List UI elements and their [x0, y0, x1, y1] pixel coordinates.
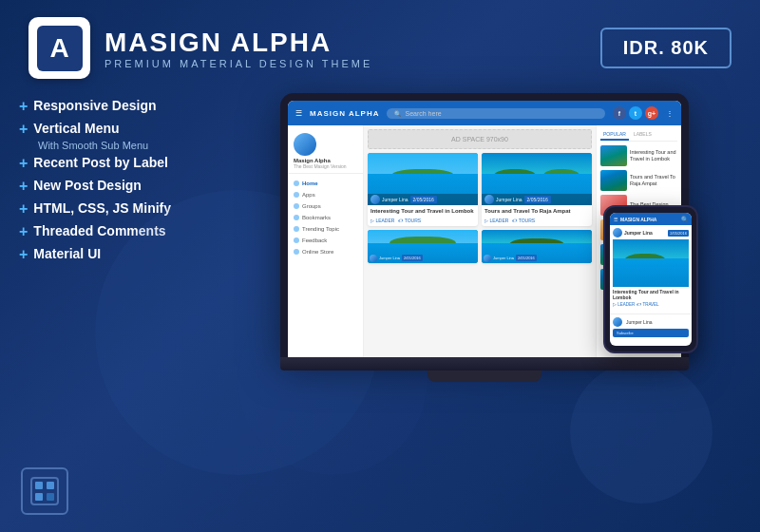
hamburger-icon: ☰: [295, 109, 302, 118]
phone-next-btn[interactable]: Subscribe: [613, 329, 689, 337]
post-avatar-4: [484, 255, 491, 262]
facebook-btn[interactable]: f: [613, 106, 626, 120]
post-meta-2: ▷ LEADER 🏷 TOURS: [484, 218, 589, 223]
post-image-4: Jumper Lina 2/05/2016: [482, 230, 592, 263]
post-tag-leader-2: ▷ LEADER: [484, 218, 508, 223]
post-info-2: Tours and Travel To Raja Ampat ▷ LEADER …: [482, 205, 592, 226]
sidebar-bookmarks-label: Bookmarks: [302, 215, 331, 220]
plus-icon-4: +: [19, 178, 28, 195]
plus-icon-2: +: [19, 121, 28, 138]
feature-responsive: + Responsive Design: [19, 98, 209, 115]
more-icon[interactable]: ⋮: [666, 109, 674, 118]
sidebar-apps-label: Apps: [302, 192, 315, 198]
plus-icon-7: +: [19, 246, 28, 263]
sidebar-feedback-label: Feedback: [302, 238, 327, 243]
bottom-logo: [21, 467, 68, 515]
sidebar-item-store[interactable]: Online Store: [288, 246, 363, 257]
phone-screen: ☰ MASIGN ALPHA 🔍 Jumper Lina 2/05/2016: [610, 213, 692, 346]
tab-labels[interactable]: LABELS: [631, 129, 655, 141]
feature-new-post: + New Post Design: [19, 178, 209, 195]
post-overlay-1: Jumper Lina 2/05/2016: [368, 194, 478, 205]
site-search-bar[interactable]: 🔍 Search here: [387, 108, 605, 119]
svg-rect-4: [47, 493, 54, 501]
phone-water: [613, 258, 689, 287]
post-author-4: Jumper Lina: [493, 256, 514, 260]
device-mockup-area: ☰ MASIGN ALPHA 🔍 Search here f t g+ ⋮: [228, 93, 741, 382]
bottom-logo-icon: [29, 476, 60, 506]
feature-vertical-menu: + Vertical Menu: [19, 121, 209, 138]
right-post-text-1: Interesting Tour and Travel in Lombok: [630, 149, 677, 162]
sidebar-groups-label: Groups: [302, 203, 321, 209]
phone-brand: MASIGN ALPHA: [620, 217, 678, 222]
search-placeholder: Search here: [405, 110, 441, 117]
sidebar-dot-feedback: [294, 238, 299, 243]
header: A MASIGN ALPHA PREMIUM MATERIAL DESIGN T…: [0, 0, 760, 88]
svg-rect-1: [35, 482, 43, 489]
sidebar-dot-apps: [294, 192, 299, 198]
google-plus-btn[interactable]: g+: [645, 106, 658, 120]
post-card-1[interactable]: Jumper Lina 2/05/2016 Interesting Tour a…: [368, 153, 478, 226]
feature-label-1: Responsive Design: [33, 98, 156, 113]
right-post-item-1[interactable]: Interesting Tour and Travel in Lombok: [600, 145, 677, 166]
phone-next-post: Jumper Lina Subscribe: [610, 314, 692, 340]
right-thumb-1: [600, 145, 627, 166]
sidebar-dot-store: [294, 249, 299, 255]
post-row-2: Jumper Lina 2/05/2016: [364, 226, 596, 263]
post-image-2: Jumper Lina 2/05/2016: [482, 153, 592, 205]
site-sidebar: Masign Alpha The Best Masign Version Hom…: [288, 125, 364, 357]
phone-search-icon[interactable]: 🔍: [681, 216, 688, 222]
sidebar-dot-trending: [294, 226, 299, 232]
post-author-1: Jumper Lina: [382, 197, 408, 202]
feature-recent-post: + Recent Post by Label: [19, 155, 209, 172]
sidebar-store-label: Online Store: [302, 249, 333, 255]
post-tag-leader-1: ▷ LEADER: [370, 218, 394, 223]
feature-label-2: Vertical Menu: [33, 121, 119, 136]
post-tag-tours-2: 🏷 TOURS: [512, 218, 535, 223]
phone-mockup: ☰ MASIGN ALPHA 🔍 Jumper Lina 2/05/2016: [603, 205, 698, 353]
plus-icon-6: +: [19, 223, 28, 240]
post-card-3[interactable]: Jumper Lina 2/05/2016: [368, 230, 478, 263]
sidebar-item-groups[interactable]: Groups: [288, 200, 363, 212]
app-subtitle: PREMIUM MATERIAL DESIGN THEME: [104, 58, 372, 69]
post-overlay-2: Jumper Lina 2/05/2016: [482, 194, 592, 205]
post-avatar-3: [370, 255, 377, 262]
phone-next-author: Jumper Lina: [626, 319, 653, 325]
header-left: A MASIGN ALPHA PREMIUM MATERIAL DESIGN T…: [28, 17, 372, 79]
sidebar-item-home[interactable]: Home: [288, 178, 363, 189]
post-author-3: Jumper Lina: [379, 256, 400, 260]
post-info-1: Interesting Tour and Travel in Lombok ▷ …: [368, 205, 478, 226]
phone-navbar: ☰ MASIGN ALPHA 🔍: [610, 213, 692, 225]
post-card-2[interactable]: Jumper Lina 2/05/2016 Tours and Travel T…: [482, 153, 592, 226]
phone-next-avatar: [613, 317, 622, 327]
sidebar-item-bookmarks[interactable]: Bookmarks: [288, 212, 363, 223]
feature-label-4: New Post Design: [33, 178, 142, 193]
right-post-item-2[interactable]: Tours and Travel To Raja Ampat: [600, 170, 677, 191]
plus-icon-5: +: [19, 200, 28, 218]
phone-post-date: 2/05/2016: [668, 230, 689, 237]
post-tag-tours-1: 🏷 TOURS: [398, 218, 421, 223]
sidebar-item-apps[interactable]: Apps: [288, 189, 363, 200]
phone-avatar-row: Jumper Lina 2/05/2016: [613, 228, 689, 238]
laptop-base: [280, 357, 689, 370]
phone-post-card: Jumper Lina 2/05/2016 Interesting Tour a…: [610, 225, 692, 310]
right-thumb-2: [600, 170, 627, 191]
sidebar-dot-home: [294, 180, 299, 186]
sidebar-avatar: [294, 133, 316, 156]
sidebar-dot-groups: [294, 203, 299, 209]
search-icon: 🔍: [394, 110, 401, 117]
sidebar-item-feedback[interactable]: Feedback: [288, 235, 363, 246]
phone-island-scene: [613, 239, 689, 287]
sidebar-item-trending[interactable]: Trending Topic: [288, 223, 363, 235]
post-title-1: Interesting Tour and Travel in Lombok: [370, 208, 475, 216]
plus-icon-1: +: [19, 98, 28, 115]
post-card-4[interactable]: Jumper Lina 2/05/2016: [482, 230, 592, 263]
phone-avatar: [613, 228, 622, 238]
post-author-2: Jumper Lina: [496, 197, 522, 202]
sidebar-trending-label: Trending Topic: [302, 226, 339, 232]
svg-rect-0: [31, 478, 58, 504]
twitter-btn[interactable]: t: [629, 106, 642, 120]
sidebar-home-label: Home: [302, 180, 318, 186]
tab-popular[interactable]: POPULAR: [600, 129, 629, 141]
phone-post-title: Interesting Tour and Travel in Lombok: [613, 289, 689, 300]
logo-icon: A: [37, 26, 83, 71]
